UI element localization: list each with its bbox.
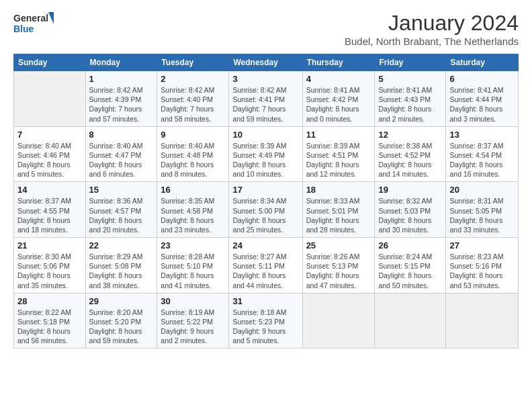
day-cell: 13Sunrise: 8:37 AMSunset: 4:54 PMDayligh… — [446, 126, 519, 182]
day-cell: 19Sunrise: 8:32 AMSunset: 5:03 PMDayligh… — [375, 182, 446, 238]
header-day-monday: Monday — [85, 54, 157, 71]
day-cell: 8Sunrise: 8:40 AMSunset: 4:47 PMDaylight… — [85, 126, 157, 182]
header-day-saturday: Saturday — [446, 54, 519, 71]
day-number: 8 — [89, 130, 154, 140]
day-info: Sunrise: 8:23 AMSunset: 5:16 PMDaylight:… — [449, 252, 515, 290]
day-cell: 27Sunrise: 8:23 AMSunset: 5:16 PMDayligh… — [446, 238, 519, 293]
day-cell: 16Sunrise: 8:35 AMSunset: 4:58 PMDayligh… — [157, 182, 229, 238]
day-number: 23 — [161, 240, 225, 250]
day-cell: 4Sunrise: 8:41 AMSunset: 4:42 PMDaylight… — [302, 71, 375, 127]
day-number: 7 — [17, 130, 82, 140]
day-number: 22 — [89, 240, 154, 250]
day-info: Sunrise: 8:35 AMSunset: 4:58 PMDaylight:… — [161, 196, 225, 234]
svg-text:Blue: Blue — [13, 24, 34, 34]
day-cell: 12Sunrise: 8:38 AMSunset: 4:52 PMDayligh… — [375, 126, 446, 182]
day-number: 9 — [161, 130, 225, 140]
day-info: Sunrise: 8:40 AMSunset: 4:48 PMDaylight:… — [161, 141, 225, 179]
day-number: 18 — [306, 185, 371, 195]
day-cell: 21Sunrise: 8:30 AMSunset: 5:06 PMDayligh… — [14, 238, 86, 293]
day-number: 26 — [378, 240, 442, 250]
day-cell — [375, 293, 446, 349]
week-row-3: 14Sunrise: 8:37 AMSunset: 4:55 PMDayligh… — [14, 182, 519, 238]
day-number: 15 — [89, 185, 154, 195]
day-number: 10 — [232, 130, 298, 140]
day-number: 31 — [232, 296, 298, 306]
day-number: 3 — [232, 74, 298, 84]
day-info: Sunrise: 8:42 AMSunset: 4:39 PMDaylight:… — [89, 85, 154, 124]
day-number: 11 — [306, 130, 371, 140]
day-cell: 18Sunrise: 8:33 AMSunset: 5:01 PMDayligh… — [302, 182, 375, 238]
week-row-2: 7Sunrise: 8:40 AMSunset: 4:46 PMDaylight… — [14, 126, 519, 182]
day-cell: 17Sunrise: 8:34 AMSunset: 5:00 PMDayligh… — [229, 182, 302, 238]
day-number: 17 — [232, 185, 298, 195]
day-cell: 20Sunrise: 8:31 AMSunset: 5:05 PMDayligh… — [446, 182, 519, 238]
day-cell: 30Sunrise: 8:19 AMSunset: 5:22 PMDayligh… — [157, 293, 229, 349]
day-number: 28 — [17, 296, 82, 306]
week-row-4: 21Sunrise: 8:30 AMSunset: 5:06 PMDayligh… — [14, 238, 519, 293]
day-number: 1 — [89, 74, 154, 84]
week-row-1: 1Sunrise: 8:42 AMSunset: 4:39 PMDaylight… — [14, 71, 519, 127]
day-cell: 1Sunrise: 8:42 AMSunset: 4:39 PMDaylight… — [85, 71, 157, 127]
logo-svg: General Blue — [13, 11, 54, 38]
day-info: Sunrise: 8:40 AMSunset: 4:47 PMDaylight:… — [89, 141, 154, 179]
day-info: Sunrise: 8:42 AMSunset: 4:41 PMDaylight:… — [232, 85, 298, 124]
day-cell: 24Sunrise: 8:27 AMSunset: 5:11 PMDayligh… — [229, 238, 302, 293]
calendar-page: General Blue January 2024 Budel, North B… — [0, 0, 532, 411]
day-number: 12 — [378, 130, 442, 140]
day-info: Sunrise: 8:31 AMSunset: 5:05 PMDaylight:… — [449, 196, 515, 234]
day-number: 6 — [449, 74, 515, 84]
day-cell: 25Sunrise: 8:26 AMSunset: 5:13 PMDayligh… — [302, 238, 375, 293]
svg-marker-2 — [48, 12, 54, 24]
day-cell: 11Sunrise: 8:39 AMSunset: 4:51 PMDayligh… — [302, 126, 375, 182]
header: General Blue January 2024 Budel, North B… — [13, 11, 519, 47]
day-info: Sunrise: 8:40 AMSunset: 4:46 PMDaylight:… — [17, 141, 82, 179]
day-number: 24 — [232, 240, 298, 250]
day-number: 25 — [306, 240, 371, 250]
day-cell: 10Sunrise: 8:39 AMSunset: 4:49 PMDayligh… — [229, 126, 302, 182]
day-info: Sunrise: 8:26 AMSunset: 5:13 PMDaylight:… — [306, 252, 371, 290]
day-number: 21 — [17, 240, 82, 250]
day-number: 30 — [161, 296, 225, 306]
day-cell: 22Sunrise: 8:29 AMSunset: 5:08 PMDayligh… — [85, 238, 157, 293]
day-number: 4 — [306, 74, 371, 84]
day-info: Sunrise: 8:42 AMSunset: 4:40 PMDaylight:… — [161, 85, 225, 124]
day-info: Sunrise: 8:22 AMSunset: 5:18 PMDaylight:… — [17, 308, 82, 346]
day-info: Sunrise: 8:24 AMSunset: 5:15 PMDaylight:… — [378, 252, 442, 290]
day-cell: 14Sunrise: 8:37 AMSunset: 4:55 PMDayligh… — [14, 182, 86, 238]
day-cell: 29Sunrise: 8:20 AMSunset: 5:20 PMDayligh… — [85, 293, 157, 349]
day-info: Sunrise: 8:37 AMSunset: 4:55 PMDaylight:… — [17, 196, 82, 234]
day-info: Sunrise: 8:39 AMSunset: 4:49 PMDaylight:… — [232, 141, 298, 179]
day-number: 19 — [378, 185, 442, 195]
day-cell: 5Sunrise: 8:41 AMSunset: 4:43 PMDaylight… — [375, 71, 446, 127]
day-cell: 3Sunrise: 8:42 AMSunset: 4:41 PMDaylight… — [229, 71, 302, 127]
day-cell: 26Sunrise: 8:24 AMSunset: 5:15 PMDayligh… — [375, 238, 446, 293]
logo: General Blue — [13, 11, 54, 38]
day-info: Sunrise: 8:39 AMSunset: 4:51 PMDaylight:… — [306, 141, 371, 179]
day-info: Sunrise: 8:20 AMSunset: 5:20 PMDaylight:… — [89, 308, 154, 346]
day-info: Sunrise: 8:29 AMSunset: 5:08 PMDaylight:… — [89, 252, 154, 290]
day-number: 16 — [161, 185, 225, 195]
day-info: Sunrise: 8:37 AMSunset: 4:54 PMDaylight:… — [449, 141, 515, 179]
day-info: Sunrise: 8:38 AMSunset: 4:52 PMDaylight:… — [378, 141, 442, 179]
day-info: Sunrise: 8:34 AMSunset: 5:00 PMDaylight:… — [232, 196, 298, 234]
month-title: January 2024 — [345, 11, 519, 36]
location: Budel, North Brabant, The Netherlands — [345, 36, 519, 47]
header-day-thursday: Thursday — [302, 54, 375, 71]
day-number: 14 — [17, 185, 82, 195]
day-info: Sunrise: 8:41 AMSunset: 4:42 PMDaylight:… — [306, 85, 371, 124]
day-cell: 9Sunrise: 8:40 AMSunset: 4:48 PMDaylight… — [157, 126, 229, 182]
day-info: Sunrise: 8:33 AMSunset: 5:01 PMDaylight:… — [306, 196, 371, 234]
day-number: 5 — [378, 74, 442, 84]
day-number: 20 — [449, 185, 515, 195]
week-row-5: 28Sunrise: 8:22 AMSunset: 5:18 PMDayligh… — [14, 293, 519, 349]
day-info: Sunrise: 8:27 AMSunset: 5:11 PMDaylight:… — [232, 252, 298, 290]
day-cell: 28Sunrise: 8:22 AMSunset: 5:18 PMDayligh… — [14, 293, 86, 349]
day-number: 27 — [449, 240, 515, 250]
day-number: 2 — [161, 74, 225, 84]
day-cell — [446, 293, 519, 349]
header-day-tuesday: Tuesday — [157, 54, 229, 71]
day-cell — [302, 293, 375, 349]
day-info: Sunrise: 8:36 AMSunset: 4:57 PMDaylight:… — [89, 196, 154, 234]
day-number: 29 — [89, 296, 154, 306]
day-cell: 15Sunrise: 8:36 AMSunset: 4:57 PMDayligh… — [85, 182, 157, 238]
